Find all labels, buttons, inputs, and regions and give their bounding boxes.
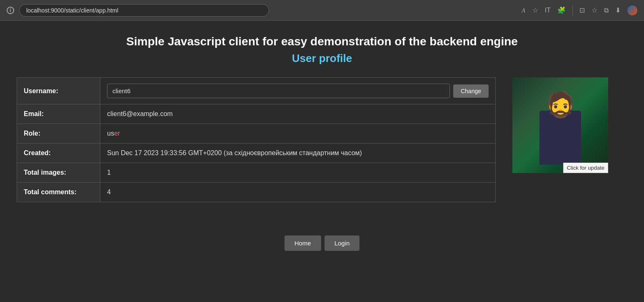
email-label: Email: — [17, 104, 100, 124]
role-row: Role: user — [17, 124, 496, 144]
bookmark-icon[interactable]: ☆ — [592, 6, 597, 14]
click-for-update-label[interactable]: Click for update — [563, 163, 608, 173]
login-button[interactable]: Login — [324, 235, 360, 251]
page-title-line1: Simple Javascript client for easy demons… — [17, 33, 627, 50]
translate-icon[interactable]: IT — [545, 7, 551, 14]
total-comments-row: Total comments: 4 — [17, 183, 496, 202]
avatar-image[interactable] — [512, 77, 608, 173]
info-icon: i — [7, 7, 14, 14]
role-text-part: us — [107, 130, 114, 137]
role-highlight: er — [114, 130, 120, 137]
created-row: Created: Sun Dec 17 2023 19:33:56 GMT+02… — [17, 144, 496, 163]
total-images-label: Total images: — [17, 163, 100, 183]
username-row: Username: Change — [17, 78, 496, 104]
browser-chrome: i localhost:9000/static/client/app.html … — [0, 0, 644, 21]
tab-icon[interactable]: ⧉ — [604, 7, 609, 14]
home-button[interactable]: Home — [285, 235, 321, 251]
total-images-value: 1 — [100, 163, 496, 183]
created-label: Created: — [17, 144, 100, 163]
avatar-section[interactable]: Click for update — [512, 77, 608, 173]
page-title-line2: User profile — [17, 52, 627, 65]
browser-toolbar: 𝐴 ☆ IT 🧩 ⊡ ☆ ⧉ ⬇ — [522, 5, 637, 15]
profile-avatar-icon[interactable] — [627, 5, 637, 15]
email-row: Email: client6@example.com — [17, 104, 496, 124]
username-input-group: Change — [107, 84, 489, 98]
total-comments-value: 4 — [100, 183, 496, 202]
email-value: client6@example.com — [100, 104, 496, 124]
change-username-button[interactable]: Change — [453, 84, 489, 98]
url-bar[interactable]: localhost:9000/static/client/app.html — [19, 4, 269, 17]
created-value: Sun Dec 17 2023 19:33:56 GMT+0200 (за сх… — [100, 144, 496, 163]
profile-table-container: Username: Change Email: client6@example.… — [17, 77, 496, 202]
reader-icon[interactable]: ⊡ — [579, 6, 585, 14]
role-value-cell: user — [100, 124, 496, 144]
role-value: user — [107, 130, 120, 137]
font-icon[interactable]: 𝐴 — [522, 7, 526, 14]
profile-section: Username: Change Email: client6@example.… — [17, 77, 627, 202]
download-icon[interactable]: ⬇ — [615, 6, 621, 14]
username-input[interactable] — [107, 84, 450, 98]
total-images-row: Total images: 1 — [17, 163, 496, 183]
page-content: Simple Javascript client for easy demons… — [0, 21, 644, 263]
extension-icon[interactable]: 🧩 — [557, 6, 566, 14]
star-icon[interactable]: ☆ — [532, 6, 538, 14]
toolbar-divider — [572, 5, 573, 15]
bottom-nav: Home Login — [17, 235, 627, 251]
profile-table: Username: Change Email: client6@example.… — [17, 77, 496, 202]
username-label: Username: — [17, 78, 100, 104]
total-comments-label: Total comments: — [17, 183, 100, 202]
role-label: Role: — [17, 124, 100, 144]
username-value-cell: Change — [100, 78, 496, 104]
